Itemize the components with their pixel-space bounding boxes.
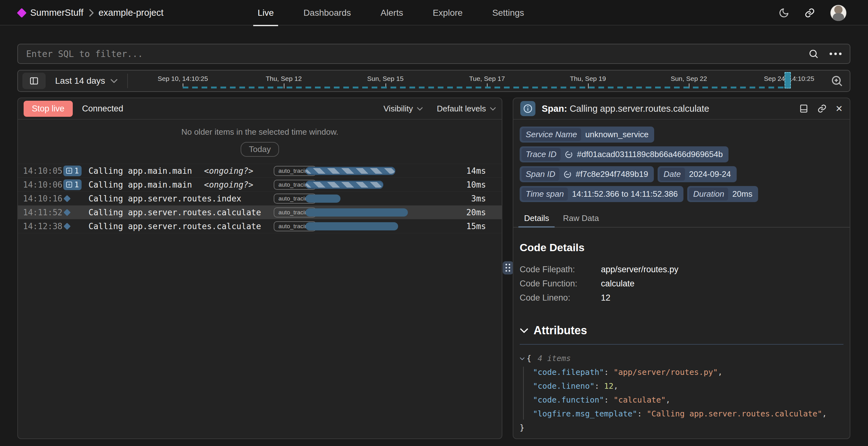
timeline-activity-spike[interactable] xyxy=(784,72,791,89)
duration-bar xyxy=(306,209,408,217)
divider xyxy=(520,344,843,345)
badge-value: 20ms xyxy=(732,189,752,199)
project-name[interactable]: example-project xyxy=(99,7,163,18)
time-span-badge: Time span 14:11:52.366 to 14:11:52.386 xyxy=(520,186,683,202)
badge-label: Date xyxy=(659,168,685,181)
tab-details[interactable]: Details xyxy=(517,210,556,227)
tab-live[interactable]: Live xyxy=(258,0,274,26)
badge-value: 2024-09-24 xyxy=(689,169,731,179)
collapsed-span-count-badge[interactable]: + 1 xyxy=(63,165,82,176)
search-icon xyxy=(808,49,819,59)
default-levels-label: Default levels xyxy=(437,104,486,114)
today-button[interactable]: Today xyxy=(241,142,279,157)
attributes-heading: Attributes xyxy=(533,324,587,337)
span-diamond-icon xyxy=(64,209,71,216)
timeline-track[interactable]: Sep 10, 14:10:25 Thu, Sep 12 Sun, Sep 15… xyxy=(128,70,824,91)
nav-tabs: Live Dashboards Alerts Explore Settings xyxy=(258,0,524,26)
row-duration: 3ms xyxy=(471,194,486,203)
json-entry: code.filepathapp/server/routes.py xyxy=(533,365,843,379)
kv-label: Code Filepath: xyxy=(520,262,601,277)
json-string-value: app/server/routes.py xyxy=(614,368,718,377)
duration-bar xyxy=(306,181,383,189)
copy-link-button[interactable] xyxy=(817,104,827,113)
trace-id-badge[interactable]: Trace ID #df01acad0311189c8b66a466d96965… xyxy=(520,146,728,162)
row-message: Calling app.server.routes.index xyxy=(89,194,241,203)
close-panel-button[interactable]: ✕ xyxy=(836,103,843,114)
span-title: Span: Calling app.server.routes.calculat… xyxy=(542,103,709,114)
row-message: Calling app.main.main xyxy=(89,180,192,189)
kv-value: 12 xyxy=(601,291,610,305)
row-duration: 10ms xyxy=(466,180,486,189)
expand-plus-icon: + xyxy=(66,168,72,174)
chevron-down-icon xyxy=(110,78,118,84)
visibility-label: Visibility xyxy=(383,104,412,114)
tab-explore[interactable]: Explore xyxy=(433,0,463,26)
log-row[interactable]: 14:10:16 Calling app.server.routes.index… xyxy=(18,192,502,205)
log-row[interactable]: 14:10:06 + 1 Calling app.main.main <ongo… xyxy=(18,178,502,192)
json-key: code.lineno xyxy=(533,381,595,391)
collapsed-span-count-badge[interactable]: + 1 xyxy=(63,180,82,190)
share-link-button[interactable] xyxy=(804,7,815,18)
span-id-badge[interactable]: Span ID #f7c8e294f7489b19 xyxy=(520,166,654,182)
json-open-brace xyxy=(527,352,531,365)
connection-status: Connected xyxy=(82,104,123,114)
info-icon xyxy=(520,101,535,116)
row-timestamp: 14:10:16 xyxy=(23,194,63,203)
json-key: code.function xyxy=(533,395,604,405)
sql-filter-input[interactable] xyxy=(26,49,808,59)
zoom-in-button[interactable] xyxy=(830,74,843,88)
sql-filter-bar xyxy=(17,44,850,64)
row-timestamp: 14:12:38 xyxy=(23,222,63,231)
log-row[interactable]: 14:10:05 + 1 Calling app.main.main <ongo… xyxy=(18,164,502,178)
chevron-down-icon xyxy=(490,107,496,111)
json-entry: code.lineno12 xyxy=(533,379,843,393)
visibility-dropdown[interactable]: Visibility xyxy=(383,104,423,114)
tab-settings[interactable]: Settings xyxy=(492,0,524,26)
top-nav: SummerStuff example-project Live Dashboa… xyxy=(0,0,868,26)
user-avatar[interactable] xyxy=(830,5,846,21)
kv-row: Code Lineno: 12 xyxy=(520,291,843,305)
row-message: Calling app.main.main xyxy=(89,166,192,176)
panel-resize-handle[interactable] xyxy=(503,261,514,275)
org-name[interactable]: SummerStuff xyxy=(30,7,84,18)
sidebar-toggle-button[interactable] xyxy=(22,73,46,89)
ongoing-marker: <ongoing?> xyxy=(204,180,253,189)
split-view-button[interactable] xyxy=(799,104,808,113)
link-icon xyxy=(565,151,573,159)
code-details-heading: Code Details xyxy=(520,242,843,254)
badge-value: unknown_service xyxy=(585,130,649,139)
json-entries: code.filepathapp/server/routes.py code.l… xyxy=(520,365,843,421)
detail-tabs: Details Raw Data xyxy=(514,210,850,228)
json-root-toggle[interactable]: 4 items xyxy=(520,352,843,365)
log-row-selected[interactable]: 14:11:52 Calling app.server.routes.calcu… xyxy=(18,205,502,219)
brand-logo-icon xyxy=(17,8,27,18)
duration-bar xyxy=(306,222,398,230)
badge-value: #df01acad0311189c8b66a466d969654b xyxy=(577,150,723,159)
row-message: Calling app.server.routes.calculate xyxy=(89,208,261,217)
tab-dashboards[interactable]: Dashboards xyxy=(303,0,351,26)
badge-label: Duration xyxy=(689,188,728,200)
breadcrumb: SummerStuff example-project xyxy=(18,0,163,26)
span-detail-panel: Span: Calling app.server.routes.calculat… xyxy=(513,98,850,439)
empty-window-notice: No older items in the selected time wind… xyxy=(18,120,502,157)
ongoing-marker: <ongoing?> xyxy=(204,166,253,176)
sidebar-panel-icon xyxy=(29,76,39,86)
tab-raw-data[interactable]: Raw Data xyxy=(556,210,606,227)
stop-live-button[interactable]: Stop live xyxy=(24,101,73,117)
json-close-brace xyxy=(520,421,843,435)
duration-bar xyxy=(306,194,340,203)
attributes-toggle[interactable]: Attributes xyxy=(520,324,843,337)
tab-alerts[interactable]: Alerts xyxy=(380,0,403,26)
search-button[interactable] xyxy=(808,49,819,59)
span-title-label: Span: xyxy=(542,103,567,114)
time-range-select[interactable]: Last 14 days xyxy=(55,76,118,86)
filter-menu-button[interactable] xyxy=(830,53,841,55)
json-number-value: 12 xyxy=(604,381,614,391)
dark-mode-toggle[interactable] xyxy=(779,7,789,18)
row-duration: 15ms xyxy=(466,222,486,231)
span-diamond-icon xyxy=(64,223,71,230)
moon-icon xyxy=(779,7,789,18)
row-timestamp: 14:10:06 xyxy=(23,180,63,189)
default-levels-dropdown[interactable]: Default levels xyxy=(437,104,496,114)
log-row[interactable]: 14:12:38 Calling app.server.routes.calcu… xyxy=(18,219,502,233)
